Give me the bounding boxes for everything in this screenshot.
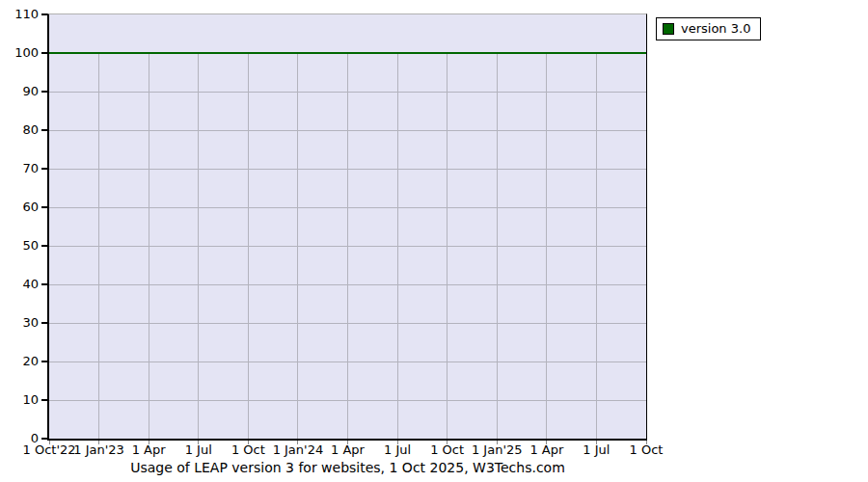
chart-title: Usage of LEAP version 3 for websites, 1 … <box>49 460 646 476</box>
y-tick-label: 30 <box>0 315 39 330</box>
y-tick <box>41 245 47 247</box>
y-tick <box>41 206 47 208</box>
y-tick <box>41 322 47 324</box>
v-gridline <box>447 53 448 439</box>
y-tick <box>41 52 47 54</box>
y-tick <box>41 361 47 362</box>
v-gridline <box>248 53 249 439</box>
y-tick <box>41 283 47 285</box>
x-tick-label: 1 Oct <box>612 443 680 457</box>
y-tick-label: 60 <box>0 200 39 214</box>
y-tick <box>41 13 47 15</box>
y-tick-label: 100 <box>0 45 39 60</box>
y-tick-label: 10 <box>0 392 39 407</box>
y-tick <box>41 438 47 440</box>
y-tick-label: 110 <box>0 7 39 21</box>
v-gridline <box>98 53 99 439</box>
v-gridline <box>297 53 298 439</box>
legend-swatch-icon <box>663 23 674 35</box>
y-tick <box>41 129 47 131</box>
v-gridline <box>497 53 498 439</box>
legend-series-label: version 3.0 <box>681 21 750 36</box>
y-tick <box>41 168 47 170</box>
v-gridline <box>347 53 348 439</box>
y-tick <box>41 91 47 93</box>
y-tick-label: 50 <box>0 238 39 253</box>
y-tick-label: 20 <box>0 354 39 368</box>
y-tick-label: 80 <box>0 122 39 137</box>
v-gridline <box>149 53 149 439</box>
series-line-version-3-0 <box>49 52 646 54</box>
v-gridline <box>198 53 199 439</box>
v-gridline <box>397 53 398 439</box>
y-tick <box>41 399 47 401</box>
y-tick-label: 70 <box>0 161 39 175</box>
v-gridline <box>596 53 597 439</box>
v-gridline <box>546 53 547 439</box>
y-tick-label: 90 <box>0 84 39 98</box>
chart-canvas: 01020304050607080901001101 Oct'221 Jan'2… <box>0 0 868 482</box>
y-tick-label: 40 <box>0 277 39 291</box>
legend: version 3.0 <box>656 17 761 40</box>
